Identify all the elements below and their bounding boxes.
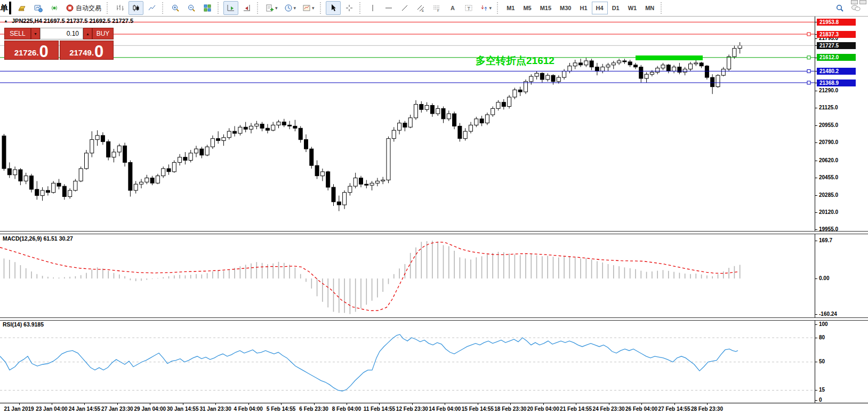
- axis-tick: [815, 338, 817, 338]
- time-label: 5 Feb 14:55: [267, 406, 295, 412]
- toolbar-separator: [661, 2, 664, 14]
- window-control[interactable]: [851, 0, 858, 4]
- axis-tick: [815, 195, 817, 196]
- time-label: 21 Feb 14:55: [560, 406, 592, 412]
- tile-windows-button[interactable]: [200, 1, 215, 15]
- volume-decrease-button[interactable]: ▼: [31, 28, 40, 39]
- price-scale-label: 20790.0: [819, 139, 838, 146]
- axis-tick: [815, 161, 817, 161]
- volume-input[interactable]: 0.10: [40, 28, 83, 39]
- candlestick-chart-button[interactable]: [128, 1, 143, 15]
- text-tool-button[interactable]: A: [445, 1, 460, 15]
- time-tick: [510, 403, 511, 405]
- timeframe-button-m15[interactable]: M15: [536, 2, 556, 14]
- timeframe-button-h4[interactable]: H4: [592, 2, 608, 14]
- svg-text:F: F: [437, 9, 439, 12]
- periods-button[interactable]: ▾: [282, 1, 299, 15]
- horizontal-line-tool-button[interactable]: [381, 1, 396, 15]
- macd-plot: [0, 241, 740, 314]
- line-chart-button[interactable]: [144, 1, 159, 15]
- buy-price[interactable]: 21749. 0: [60, 41, 114, 60]
- zoom-in-button[interactable]: [168, 1, 183, 15]
- sell-button[interactable]: SELL: [4, 28, 31, 39]
- vertical-line-icon: [368, 4, 377, 12]
- time-tick: [347, 403, 347, 405]
- axis-tick: [815, 125, 817, 126]
- vertical-line-tool-button[interactable]: [365, 1, 380, 15]
- arrows-tool-button[interactable]: ▾: [477, 1, 495, 15]
- axis-tick: [815, 212, 817, 213]
- volume-increase-button[interactable]: ▲: [83, 28, 92, 39]
- time-label: 24 Feb 23:30: [593, 406, 625, 412]
- buy-button[interactable]: BUY: [92, 28, 114, 39]
- svg-text:E: E: [422, 9, 424, 12]
- level-lines: [0, 22, 815, 84]
- buy-price-main: 21749.: [69, 46, 94, 59]
- timeframe-button-mn[interactable]: MN: [641, 2, 658, 14]
- equidistant-channel-icon: E: [416, 4, 425, 12]
- time-tick: [641, 403, 642, 405]
- zoom-out-button[interactable]: [184, 1, 199, 15]
- time-tick: [379, 403, 380, 405]
- cursor-tool-button[interactable]: [326, 1, 341, 15]
- trendline-tool-button[interactable]: [397, 1, 412, 15]
- time-tick: [707, 403, 708, 405]
- price-level-badge: 21727.5: [817, 42, 856, 49]
- crosshair-tool-button[interactable]: [342, 1, 357, 15]
- price-level-badge: 21368.9: [817, 79, 856, 86]
- fibonacci-tool-button[interactable]: F: [429, 1, 444, 15]
- panel-splitter[interactable]: [0, 231, 868, 234]
- time-tick: [117, 403, 118, 405]
- axis-tick: [815, 178, 817, 178]
- chart-canvas[interactable]: [0, 0, 868, 414]
- chart-annotation-text: 多空转折点21612: [476, 54, 554, 68]
- time-tick: [543, 403, 544, 405]
- timeframe-button-h1[interactable]: H1: [576, 2, 592, 14]
- cursor-icon: [329, 4, 337, 12]
- window-control[interactable]: [859, 0, 866, 4]
- timeframe-button-w1[interactable]: W1: [624, 2, 641, 14]
- channel-tool-button[interactable]: E: [413, 1, 428, 15]
- time-tick: [281, 403, 282, 405]
- chevron-down-icon: ▾: [489, 5, 492, 11]
- zoom-in-icon: [171, 4, 180, 12]
- indicators-button[interactable]: ▾: [263, 1, 280, 15]
- timeframe-button-m30[interactable]: M30: [556, 2, 575, 14]
- time-label: 31 Jan 23:30: [199, 406, 231, 412]
- toolbar: 单 自动交易 ▾ ▾: [0, 0, 868, 17]
- axis-tick: [815, 108, 817, 108]
- timeframe-button-m1[interactable]: M1: [502, 2, 519, 14]
- new-order-button[interactable]: [15, 1, 30, 15]
- collapse-arrow-icon[interactable]: ▲: [4, 19, 8, 23]
- panel-splitter[interactable]: [0, 317, 868, 321]
- search-button[interactable]: [832, 1, 847, 15]
- autotrading-button[interactable]: 自动交易: [63, 1, 104, 15]
- autotrading-label: 自动交易: [76, 4, 101, 13]
- time-label: 24 Jan 14:55: [69, 406, 101, 412]
- auto-scroll-button[interactable]: [223, 1, 238, 15]
- candlesticks: [2, 42, 742, 211]
- timeframe-button-d1[interactable]: D1: [608, 2, 624, 14]
- chart-title: ▲ JPN225,H4 21697.5 21737.5 21692.5 2172…: [4, 18, 133, 24]
- macd-signal-line: [0, 242, 738, 311]
- time-label: 12 Feb 23:30: [396, 406, 428, 412]
- label-tool-button[interactable]: T: [461, 1, 476, 15]
- timeframe-button-m5[interactable]: M5: [519, 2, 535, 14]
- sell-price[interactable]: 21726. 0: [4, 41, 59, 60]
- price-axis[interactable]: 21795.021290.021125.020955.020790.020620…: [815, 16, 868, 403]
- templates-button[interactable]: ▾: [300, 1, 317, 15]
- signals-button[interactable]: [47, 1, 62, 15]
- chart-shift-button[interactable]: [239, 1, 254, 15]
- axis-tick: [815, 400, 817, 401]
- bar-chart-button[interactable]: [112, 1, 127, 15]
- time-axis[interactable]: 21 Jan 201923 Jan 04:0024 Jan 14:5527 Ja…: [0, 403, 868, 414]
- bar-chart-icon: [116, 4, 124, 12]
- price-scale-label: 20455.0: [819, 174, 838, 181]
- market-watch-button[interactable]: [31, 1, 46, 15]
- axis-tick: [815, 390, 817, 391]
- price-scale-label: 20285.0: [819, 192, 838, 198]
- price-scale-label: 20955.0: [819, 122, 838, 129]
- rsi-plot: [0, 335, 815, 391]
- horizontal-line-icon: [384, 4, 393, 12]
- toolbar-separator: [218, 2, 221, 14]
